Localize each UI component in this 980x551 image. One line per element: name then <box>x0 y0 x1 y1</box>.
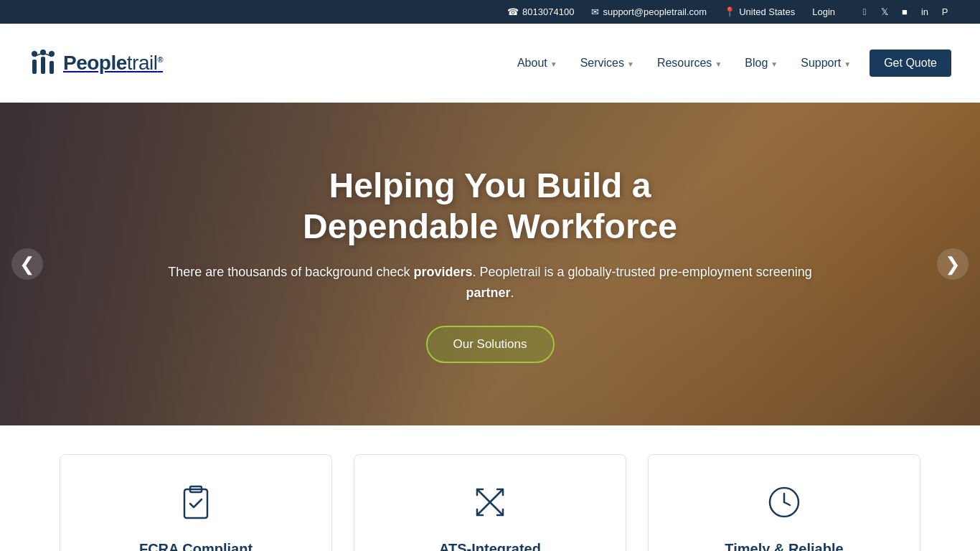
logo-trademark: ® <box>157 55 163 64</box>
header: Peopletrail® About ▼ Services ▼ Resource… <box>0 24 980 103</box>
nav-about[interactable]: About ▼ <box>507 51 567 75</box>
svg-line-9 <box>490 489 503 502</box>
hero-section: ❮ Helping You Build a Dependable Workfor… <box>0 103 980 425</box>
phone-icon: ☎ <box>507 6 519 17</box>
feature-title-timely: Timely & Reliable <box>725 541 843 551</box>
location-text: United States <box>739 6 795 17</box>
feature-title-ats: ATS-Integrated <box>439 541 541 551</box>
compress-arrows-icon <box>471 484 509 528</box>
nav-resources[interactable]: Resources ▼ <box>647 51 732 75</box>
feature-card-timely: Timely & Reliable <box>648 454 920 551</box>
carousel-next-button[interactable]: ❯ <box>937 248 969 280</box>
email-icon: ✉ <box>591 6 599 17</box>
clock-icon <box>765 484 803 528</box>
svg-rect-3 <box>32 60 37 74</box>
features-section: FCRA Compliant ATS-Integrated <box>0 425 980 551</box>
top-bar: ☎ 8013074100 ✉ support@peopletrail.com 📍… <box>0 0 980 24</box>
linkedin-icon[interactable]: in <box>918 6 931 19</box>
hero-content: Helping You Build a Dependable Workforce… <box>0 103 980 425</box>
twitter-icon[interactable]: 𝕏 <box>878 6 891 19</box>
svg-rect-5 <box>50 61 54 74</box>
svg-line-8 <box>477 489 490 502</box>
svg-line-14 <box>784 502 790 505</box>
nav-support[interactable]: Support ▼ <box>791 51 861 75</box>
hero-cta-button[interactable]: Our Solutions <box>426 326 555 363</box>
pinterest-icon[interactable]: P <box>938 6 951 19</box>
logo-text: Peopletrail® <box>63 52 163 75</box>
clipboard-check-icon <box>177 484 215 528</box>
svg-rect-4 <box>41 57 45 74</box>
login-link[interactable]: Login <box>812 6 835 17</box>
email-address: support@peopletrail.com <box>603 6 707 17</box>
main-nav: About ▼ Services ▼ Resources ▼ Blog ▼ Su… <box>507 50 951 77</box>
facebook-icon[interactable]:  <box>858 6 871 19</box>
svg-line-10 <box>477 502 490 515</box>
feature-card-ats: ATS-Integrated <box>354 454 626 551</box>
logo[interactable]: Peopletrail® <box>29 50 163 77</box>
nav-blog[interactable]: Blog ▼ <box>735 51 788 75</box>
resources-chevron: ▼ <box>715 60 722 68</box>
social-links:  𝕏 ■ in P <box>858 6 951 19</box>
feature-card-fcra: FCRA Compliant <box>60 454 332 551</box>
hero-title: Helping You Build a Dependable Workforce <box>303 165 677 248</box>
location-icon: 📍 <box>724 6 735 17</box>
services-chevron: ▼ <box>627 60 634 68</box>
location-link[interactable]: 📍 United States <box>724 6 795 17</box>
nav-services[interactable]: Services ▼ <box>570 51 644 75</box>
get-quote-button[interactable]: Get Quote <box>870 50 951 77</box>
logo-icon <box>29 50 63 77</box>
support-chevron: ▼ <box>844 60 851 68</box>
about-chevron: ▼ <box>550 60 557 68</box>
feature-title-fcra: FCRA Compliant <box>139 541 253 551</box>
svg-line-11 <box>490 502 503 515</box>
svg-rect-6 <box>184 489 207 518</box>
hero-subtitle: There are thousands of background check … <box>143 262 837 303</box>
phone-link[interactable]: ☎ 8013074100 <box>507 6 574 17</box>
phone-number: 8013074100 <box>522 6 574 17</box>
logo-light: trail <box>127 52 158 74</box>
carousel-prev-button[interactable]: ❮ <box>11 248 43 280</box>
blog-chevron: ▼ <box>771 60 778 68</box>
logo-bold: People <box>63 52 127 74</box>
email-link[interactable]: ✉ support@peopletrail.com <box>591 6 707 17</box>
instagram-icon[interactable]: ■ <box>898 6 911 19</box>
